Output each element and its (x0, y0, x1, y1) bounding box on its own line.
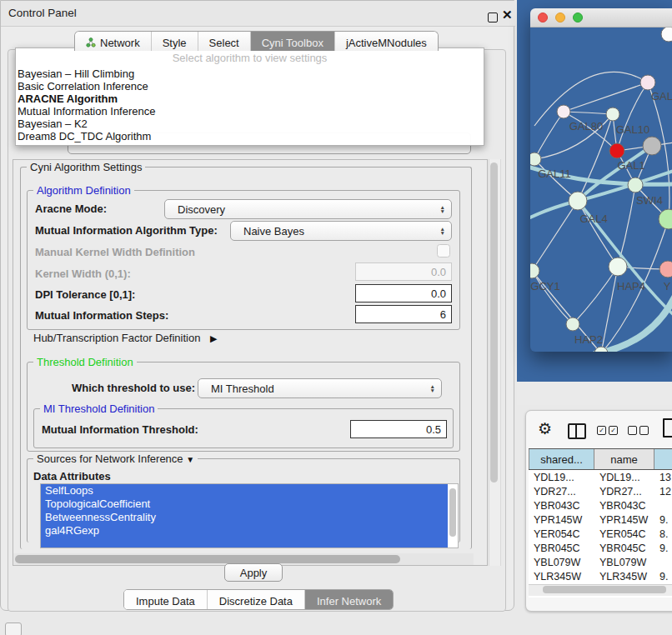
group-title: Threshold Definition (33, 356, 137, 368)
tab-cyni-toolbox[interactable]: Cyni Toolbox (251, 32, 335, 51)
network-node-label: GAL (651, 90, 672, 102)
mi-steps-label: Mutual Information Steps: (35, 309, 168, 322)
network-node-gcy1[interactable] (530, 263, 539, 278)
tab-style[interactable]: Style (152, 32, 198, 51)
vertical-scrollbar-thumb[interactable] (490, 162, 498, 482)
dropdown-item[interactable]: Bayesian – Hill Climbing (16, 68, 484, 80)
hub-definition-expander[interactable]: Hub/Transcription Factor Definition ▶ (33, 332, 217, 344)
zoom-window-icon[interactable] (573, 12, 583, 22)
select-all-checks-icon[interactable]: ✓ ✓ (597, 426, 618, 435)
mi-threshold-value: 0.5 (426, 423, 441, 436)
attribute-list-item[interactable]: TopologicalCoefficient (41, 498, 448, 511)
horizontal-scrollbar-thumb[interactable] (15, 555, 400, 563)
data-attributes-list[interactable]: SelfLoopsTopologicalCoefficientBetweenne… (40, 483, 459, 548)
table-horizontal-scrollbar-thumb[interactable] (543, 586, 666, 593)
minimized-panel-icon[interactable] (5, 622, 22, 635)
aracne-mode-label: Aracne Mode: (35, 202, 107, 215)
mi-steps-field[interactable]: 6 (355, 305, 452, 323)
manual-kernel-checkbox[interactable] (437, 244, 450, 258)
network-node-salmon-right[interactable] (659, 261, 672, 278)
attribute-list-item[interactable]: BetweennessCentrality (41, 511, 448, 524)
gear-icon[interactable]: ⚙ (538, 419, 552, 438)
dropdown-item[interactable]: ARACNE Algorithm (16, 92, 484, 105)
network-node-big-green-right[interactable] (659, 209, 672, 229)
network-node-partial-top-right[interactable] (661, 28, 672, 42)
dropdown-placeholder: Select algorithm to view settings (16, 52, 484, 65)
mi-threshold-field[interactable]: 0.5 (350, 420, 447, 438)
network-window-titlebar[interactable] (530, 8, 672, 28)
table-row[interactable]: YDL19...YDL19...13 (529, 470, 672, 484)
table-row[interactable]: YBL079WYBL079W (529, 555, 672, 569)
network-canvas[interactable]: GALGAL80GAL10GAL1GAL11SWI4GAL4GCY1HAP4YH… (530, 28, 672, 352)
table-cell: 9. (655, 542, 672, 554)
network-node-gray-node[interactable] (643, 137, 661, 155)
which-threshold-label: Which threshold to use: (72, 382, 195, 394)
network-node-hap2[interactable] (566, 318, 579, 331)
mi-type-value: Naive Bayes (243, 225, 304, 238)
network-node-gal4[interactable] (569, 192, 587, 210)
control-panel-title: Control Panel (8, 7, 77, 19)
dropdown-item[interactable]: Mutual Information Inference (16, 105, 484, 118)
mi-type-select[interactable]: Naive Bayes ▲▼ (230, 221, 452, 241)
tab-discretize-data[interactable]: Discretize Data (208, 590, 305, 609)
table-cell: YBR045C (594, 542, 655, 554)
tab-infer-network[interactable]: Infer Network (305, 590, 393, 609)
tab-select[interactable]: Select (198, 32, 251, 51)
table-column-header[interactable]: shared... (529, 449, 594, 469)
table-row[interactable]: YBR045CYBR045C9. (529, 541, 672, 555)
network-node-gal80[interactable] (557, 105, 570, 118)
mi-threshold-label: Mutual Information Threshold: (42, 423, 198, 436)
network-node-gal1[interactable] (609, 143, 624, 158)
network-node-gal10[interactable] (606, 108, 619, 121)
checked-box-icon: ✓ (597, 426, 606, 435)
dpi-tolerance-value: 0.0 (431, 288, 446, 300)
new-table-icon[interactable] (663, 418, 672, 438)
expand-right-icon: ▶ (210, 333, 217, 343)
split-columns-icon[interactable] (568, 423, 586, 439)
tab-label: Network (100, 37, 140, 49)
attribute-list-item[interactable] (41, 538, 448, 548)
attribute-list-item[interactable]: SelfLoops (41, 484, 448, 498)
network-icon (86, 38, 96, 48)
which-threshold-select[interactable]: MI Threshold ▲▼ (198, 378, 442, 398)
close-icon[interactable]: ✕ (502, 8, 513, 22)
sources-collapse-toggle[interactable]: Sources for Network Inference ▼ (33, 452, 198, 465)
tab-jactivemnodules[interactable]: jActiveMNodules (335, 32, 438, 51)
table-cell: YBR045C (529, 542, 594, 554)
float-window-icon[interactable] (488, 12, 498, 22)
tab-network[interactable]: Network (75, 32, 152, 51)
hub-definition-label: Hub/Transcription Factor Definition (33, 332, 200, 344)
attributes-scrollbar[interactable] (449, 488, 456, 537)
control-panel-titlebar[interactable]: Control Panel ✕ (1, 1, 515, 27)
network-node-gal11[interactable] (530, 152, 541, 166)
network-node-hap4[interactable] (609, 258, 627, 276)
table-cell: YBL079W (529, 557, 594, 568)
table-row[interactable]: YER054CYER054C8. (529, 527, 672, 541)
table-column-header[interactable]: A (654, 449, 672, 469)
network-node-gal-pink-top[interactable] (640, 75, 655, 90)
dropdown-item[interactable]: Dream8 DC_TDC Algorithm (16, 130, 484, 142)
network-node-label: GCY1 (530, 280, 559, 292)
control-panel-tabstrip: Network Style Select Cyni Toolbox jActiv… (74, 31, 439, 51)
network-node-swi4[interactable] (628, 178, 643, 192)
table-cell: YPR145W (594, 514, 655, 526)
dropdown-item[interactable]: Bayesian – K2 (16, 118, 484, 130)
table-row[interactable]: YDR27...YDR27...12 (529, 484, 672, 498)
table-column-header[interactable]: name (594, 449, 654, 469)
apply-button[interactable]: Apply (224, 563, 283, 582)
stepper-icon: ▲▼ (440, 205, 445, 213)
kernel-width-field[interactable]: 0.0 (355, 262, 452, 281)
table-body: YDL19...YDL19...13YDR27...YDR27...12YBR0… (529, 470, 672, 598)
close-window-icon[interactable] (538, 12, 548, 22)
table-cell: YER054C (529, 528, 594, 540)
dropdown-item[interactable]: Basic Correlation Inference (16, 80, 484, 92)
minimize-window-icon[interactable] (555, 12, 565, 22)
tab-impute-data[interactable]: Impute Data (124, 590, 208, 609)
attribute-list-item[interactable]: gal4RGexp (41, 524, 448, 538)
table-row[interactable]: YBR043CYBR043C (529, 498, 672, 512)
aracne-mode-select[interactable]: Discovery ▲▼ (164, 199, 452, 219)
deselect-all-checks-icon[interactable] (628, 426, 649, 435)
table-row[interactable]: YPR145WYPR145W9. (529, 512, 672, 527)
dpi-tolerance-field[interactable]: 0.0 (355, 284, 452, 302)
table-row[interactable]: YLR345WYLR345W9. (529, 569, 672, 583)
